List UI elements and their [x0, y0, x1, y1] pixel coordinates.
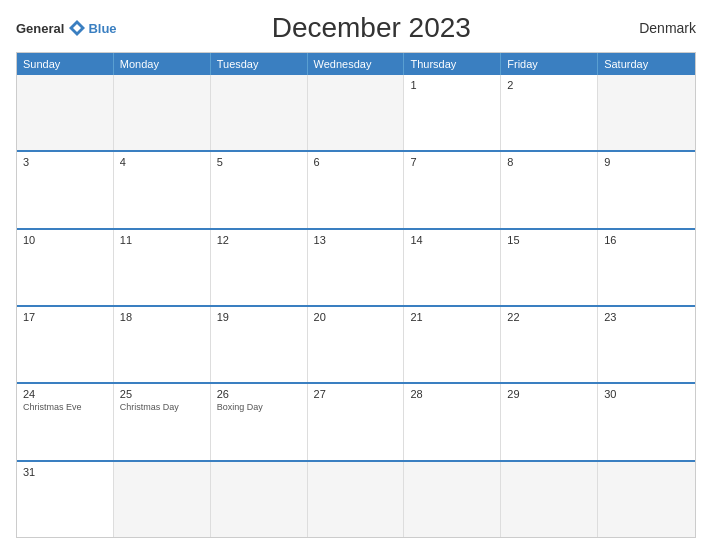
calendar-cell	[501, 462, 598, 537]
calendar-cell: 14	[404, 230, 501, 305]
calendar-cell: 30	[598, 384, 695, 459]
calendar-cell	[114, 462, 211, 537]
day-number: 24	[23, 388, 107, 400]
day-number: 20	[314, 311, 398, 323]
day-number: 31	[23, 466, 107, 478]
calendar-cell: 5	[211, 152, 308, 227]
calendar-cell: 10	[17, 230, 114, 305]
calendar-cell	[598, 462, 695, 537]
calendar-cell	[598, 75, 695, 150]
logo-general: General	[16, 21, 64, 36]
day-number: 14	[410, 234, 494, 246]
day-number: 30	[604, 388, 689, 400]
day-number: 19	[217, 311, 301, 323]
calendar-cell	[211, 462, 308, 537]
calendar-cell: 6	[308, 152, 405, 227]
day-number: 15	[507, 234, 591, 246]
day-number: 4	[120, 156, 204, 168]
day-number: 8	[507, 156, 591, 168]
calendar-week: 31	[17, 460, 695, 537]
holiday-name: Boxing Day	[217, 402, 301, 412]
calendar-week: 24Christmas Eve25Christmas Day26Boxing D…	[17, 382, 695, 459]
calendar: SundayMondayTuesdayWednesdayThursdayFrid…	[16, 52, 696, 538]
day-number: 3	[23, 156, 107, 168]
weekday-header: Monday	[114, 53, 211, 75]
holiday-name: Christmas Day	[120, 402, 204, 412]
calendar-cell	[17, 75, 114, 150]
weekday-header: Tuesday	[211, 53, 308, 75]
calendar-cell: 26Boxing Day	[211, 384, 308, 459]
calendar-cell	[308, 75, 405, 150]
day-number: 18	[120, 311, 204, 323]
calendar-page: General Blue December 2023 Denmark Sunda…	[0, 0, 712, 550]
calendar-cell: 7	[404, 152, 501, 227]
day-number: 28	[410, 388, 494, 400]
day-number: 2	[507, 79, 591, 91]
calendar-cell: 4	[114, 152, 211, 227]
day-number: 21	[410, 311, 494, 323]
day-number: 12	[217, 234, 301, 246]
calendar-cell: 20	[308, 307, 405, 382]
weekday-header: Saturday	[598, 53, 695, 75]
calendar-cell: 29	[501, 384, 598, 459]
calendar-cell: 24Christmas Eve	[17, 384, 114, 459]
day-number: 27	[314, 388, 398, 400]
calendar-cell: 31	[17, 462, 114, 537]
holiday-name: Christmas Eve	[23, 402, 107, 412]
day-number: 29	[507, 388, 591, 400]
calendar-cell: 22	[501, 307, 598, 382]
calendar-cell: 16	[598, 230, 695, 305]
calendar-week: 17181920212223	[17, 305, 695, 382]
calendar-cell: 25Christmas Day	[114, 384, 211, 459]
calendar-cell: 27	[308, 384, 405, 459]
calendar-cell: 13	[308, 230, 405, 305]
calendar-cell	[308, 462, 405, 537]
logo-icon	[68, 19, 86, 37]
logo: General Blue	[16, 19, 117, 37]
page-title: December 2023	[117, 12, 626, 44]
calendar-cell: 12	[211, 230, 308, 305]
day-number: 5	[217, 156, 301, 168]
calendar-cell: 19	[211, 307, 308, 382]
day-number: 1	[410, 79, 494, 91]
day-number: 11	[120, 234, 204, 246]
day-number: 13	[314, 234, 398, 246]
calendar-body: 123456789101112131415161718192021222324C…	[17, 75, 695, 537]
logo-blue: Blue	[88, 21, 116, 36]
calendar-cell	[404, 462, 501, 537]
calendar-cell: 9	[598, 152, 695, 227]
day-number: 26	[217, 388, 301, 400]
header: General Blue December 2023 Denmark	[16, 12, 696, 44]
day-number: 7	[410, 156, 494, 168]
calendar-week: 3456789	[17, 150, 695, 227]
weekday-header: Friday	[501, 53, 598, 75]
day-number: 9	[604, 156, 689, 168]
calendar-week: 12	[17, 75, 695, 150]
day-number: 10	[23, 234, 107, 246]
day-number: 17	[23, 311, 107, 323]
calendar-cell: 15	[501, 230, 598, 305]
day-number: 6	[314, 156, 398, 168]
calendar-cell	[114, 75, 211, 150]
day-number: 22	[507, 311, 591, 323]
calendar-cell: 2	[501, 75, 598, 150]
country-label: Denmark	[626, 20, 696, 36]
calendar-header: SundayMondayTuesdayWednesdayThursdayFrid…	[17, 53, 695, 75]
day-number: 16	[604, 234, 689, 246]
calendar-cell: 17	[17, 307, 114, 382]
calendar-cell: 8	[501, 152, 598, 227]
calendar-cell: 18	[114, 307, 211, 382]
calendar-cell: 28	[404, 384, 501, 459]
calendar-week: 10111213141516	[17, 228, 695, 305]
calendar-cell: 3	[17, 152, 114, 227]
weekday-header: Wednesday	[308, 53, 405, 75]
weekday-header: Thursday	[404, 53, 501, 75]
calendar-cell: 1	[404, 75, 501, 150]
calendar-cell	[211, 75, 308, 150]
calendar-cell: 11	[114, 230, 211, 305]
weekday-header: Sunday	[17, 53, 114, 75]
day-number: 25	[120, 388, 204, 400]
calendar-cell: 21	[404, 307, 501, 382]
day-number: 23	[604, 311, 689, 323]
calendar-cell: 23	[598, 307, 695, 382]
